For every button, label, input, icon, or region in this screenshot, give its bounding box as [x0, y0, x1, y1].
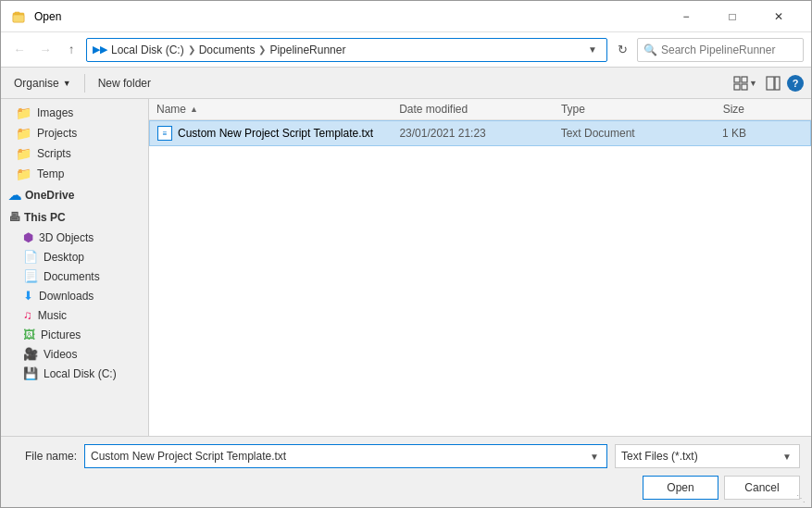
- file-name-cell: Custom New Project Script Template.txt: [157, 126, 399, 141]
- search-icon: 🔍: [643, 43, 657, 56]
- sidebar: 📁 Images 📁 Projects 📁 Scripts 📁 Temp ☁ O…: [1, 99, 149, 436]
- sidebar-label-temp: Temp: [37, 167, 64, 180]
- svg-rect-5: [734, 84, 740, 90]
- drive-icon: 💾: [23, 366, 38, 380]
- preview-pane-icon: [765, 75, 781, 92]
- file-name-text: Custom New Project Script Template.txt: [178, 127, 373, 140]
- sidebar-this-pc-label: This PC: [24, 211, 66, 224]
- music-icon: ♫: [23, 308, 32, 322]
- dialog-title: Open: [34, 10, 61, 23]
- file-name-input-container[interactable]: Custom New Project Script Template.txt ▼: [84, 444, 607, 468]
- file-name-row: File name: Custom New Project Script Tem…: [12, 444, 800, 468]
- resize-icon: ⋱: [796, 493, 806, 503]
- videos-icon: 🎥: [23, 347, 38, 361]
- sidebar-label-documents: Documents: [44, 270, 100, 283]
- dialog-icon: [12, 9, 27, 24]
- toolbar: Organise ▼ New folder ▼: [1, 68, 811, 99]
- svg-rect-3: [734, 77, 740, 82]
- file-type-select[interactable]: Text Files (*.txt) ▼: [615, 444, 800, 468]
- maximize-button[interactable]: □: [711, 5, 754, 29]
- file-name-value: Custom New Project Script Template.txt: [91, 450, 588, 463]
- path-sep-2: ❯: [258, 44, 266, 55]
- sidebar-item-localdisk[interactable]: 💾 Local Disk (C:): [1, 364, 148, 383]
- documents-icon: 📃: [23, 269, 38, 283]
- sidebar-item-temp[interactable]: 📁 Temp: [1, 164, 148, 184]
- file-type-dropdown-button[interactable]: ▼: [781, 452, 793, 462]
- open-button[interactable]: Open: [643, 476, 718, 500]
- path-folder1: Documents: [199, 43, 256, 56]
- svg-rect-7: [767, 77, 774, 90]
- sidebar-item-desktop[interactable]: 📄 Desktop: [1, 247, 148, 266]
- onedrive-icon: ☁: [8, 188, 21, 203]
- sidebar-label-localdisk: Local Disk (C:): [44, 367, 117, 380]
- file-txt-icon: [157, 126, 172, 141]
- up-button[interactable]: ↑: [60, 39, 82, 61]
- file-name-dropdown-button[interactable]: ▼: [588, 452, 601, 462]
- preview-pane-button[interactable]: [763, 73, 783, 93]
- organise-button[interactable]: Organise ▼: [8, 74, 77, 93]
- search-box[interactable]: 🔍: [637, 38, 804, 62]
- sidebar-item-projects[interactable]: 📁 Projects: [1, 123, 148, 143]
- sidebar-this-pc[interactable]: 🖶 This PC: [1, 206, 148, 228]
- svg-rect-1: [13, 15, 24, 22]
- sidebar-item-videos[interactable]: 🎥 Videos: [1, 344, 148, 364]
- bottom-buttons: Open Cancel: [12, 476, 800, 500]
- help-icon: ?: [793, 78, 799, 89]
- toolbar-separator: [84, 74, 85, 93]
- this-pc-icon: 🖶: [8, 210, 20, 224]
- view-grid-icon: [732, 75, 749, 92]
- path-dropdown-button[interactable]: ▼: [584, 44, 601, 55]
- svg-rect-2: [15, 12, 19, 14]
- title-bar: Open − □ ✕: [1, 1, 811, 32]
- sidebar-label-scripts: Scripts: [37, 147, 71, 160]
- path-root-icon: ▶▶: [93, 43, 107, 56]
- col-date-header[interactable]: Date modified: [399, 103, 561, 116]
- organise-dropdown-icon: ▼: [63, 79, 71, 88]
- sidebar-item-pictures[interactable]: 🖼 Pictures: [1, 325, 148, 344]
- desktop-icon: 📄: [23, 250, 38, 264]
- address-bar: ← → ↑ ▶▶ Local Disk (C:) ❯ Documents ❯ P…: [1, 32, 811, 68]
- svg-rect-4: [742, 77, 747, 82]
- file-date-cell: 23/01/2021 21:23: [399, 127, 560, 140]
- file-type-text: Text Document: [561, 127, 635, 140]
- sidebar-item-images[interactable]: 📁 Images: [1, 103, 148, 123]
- view-dropdown-icon: ▼: [749, 79, 757, 88]
- col-size-header[interactable]: Size: [723, 103, 804, 116]
- pictures-icon: 🖼: [23, 328, 35, 341]
- sidebar-label-music: Music: [38, 309, 67, 322]
- col-type-header[interactable]: Type: [561, 103, 723, 116]
- sidebar-label-videos: Videos: [44, 348, 77, 361]
- bottom-area: File name: Custom New Project Script Tem…: [1, 436, 811, 507]
- sidebar-item-scripts[interactable]: 📁 Scripts: [1, 143, 148, 164]
- help-button[interactable]: ?: [787, 75, 804, 92]
- back-button[interactable]: ←: [8, 39, 31, 61]
- sidebar-label-images: Images: [37, 106, 73, 119]
- sidebar-label-projects: Projects: [37, 127, 77, 140]
- sidebar-item-music[interactable]: ♫ Music: [1, 305, 148, 325]
- minimize-button[interactable]: −: [665, 5, 707, 29]
- 3d-objects-icon: ⬢: [23, 230, 33, 244]
- sidebar-onedrive[interactable]: ☁ OneDrive: [1, 184, 148, 206]
- sidebar-item-downloads[interactable]: ⬇ Downloads: [1, 286, 148, 305]
- refresh-button[interactable]: ↻: [611, 39, 633, 61]
- file-type-cell: Text Document: [561, 127, 722, 140]
- col-name-header[interactable]: Name ▲: [156, 103, 399, 116]
- file-row-0[interactable]: Custom New Project Script Template.txt 2…: [149, 120, 811, 146]
- cancel-button[interactable]: Cancel: [724, 476, 800, 500]
- path-folder2: PipelineRunner: [269, 43, 345, 56]
- sort-arrow-icon: ▲: [190, 105, 198, 114]
- close-button[interactable]: ✕: [757, 5, 800, 29]
- sidebar-item-documents[interactable]: 📃 Documents: [1, 266, 148, 286]
- view-button[interactable]: ▼: [731, 73, 759, 93]
- search-input[interactable]: [661, 43, 797, 56]
- address-path[interactable]: ▶▶ Local Disk (C:) ❯ Documents ❯ Pipelin…: [86, 38, 607, 62]
- svg-rect-8: [775, 77, 780, 90]
- path-root: Local Disk (C:): [111, 43, 184, 56]
- sidebar-label-3dobjects: 3D Objects: [39, 231, 94, 244]
- open-dialog: Open − □ ✕ ← → ↑ ▶▶ Local Disk (C:) ❯ Do…: [0, 0, 812, 508]
- title-bar-left: Open: [12, 9, 61, 24]
- folder-icon: 📁: [16, 126, 31, 141]
- new-folder-button[interactable]: New folder: [93, 74, 156, 93]
- forward-button[interactable]: →: [34, 39, 56, 61]
- sidebar-item-3dobjects[interactable]: ⬢ 3D Objects: [1, 228, 148, 247]
